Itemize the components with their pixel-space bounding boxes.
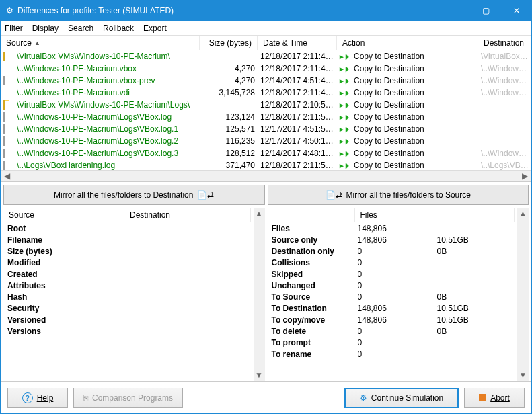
menu-search[interactable]: Search (68, 24, 93, 33)
menu-export[interactable]: Export (143, 24, 167, 33)
comparison-programs-button[interactable]: ⎘Comparison Programs (73, 388, 183, 408)
scroll-right-icon[interactable]: ▶ (520, 171, 530, 181)
info-left-col-source[interactable]: Source (3, 208, 124, 222)
source-name: \..\Logs\VBoxHardening.log (17, 161, 115, 170)
date-cell: 12/18/2017 2:10:52 … (258, 100, 337, 110)
menu-filter[interactable]: Filter (5, 24, 23, 33)
menu-display[interactable]: Display (32, 24, 59, 33)
mirror-to-destination-button[interactable]: Mirror all the files/folders to Destinat… (3, 185, 265, 205)
close-button[interactable]: ✕ (501, 1, 531, 21)
source-name: \VirtualBox VMs\Windows-10-PE-Macrium\Lo… (17, 100, 190, 110)
date-cell: 12/18/2017 2:11:49 … (258, 52, 337, 61)
stop-icon (479, 394, 486, 401)
maximize-button[interactable]: ▢ (471, 1, 501, 21)
continue-simulation-button[interactable]: ⚙Continue Simulation (344, 388, 459, 408)
info-row: Modified (3, 257, 251, 268)
col-date[interactable]: Date & Time (258, 36, 337, 50)
play-icon: ▸⏵ (340, 77, 351, 85)
stats-row: Unchanged0 (268, 280, 515, 291)
abort-button[interactable]: Abort (464, 388, 525, 408)
col-size[interactable]: Size (bytes) (200, 36, 258, 50)
gear-icon: ⚙ (360, 393, 367, 403)
h-scrollbar[interactable]: ◀ ▶ (1, 170, 531, 181)
play-icon: ▸⏵ (340, 65, 351, 73)
mirror-left-label: Mirror all the files/folders to Destinat… (54, 190, 193, 200)
play-icon: ▸⏵ (340, 137, 351, 146)
app-icon: ⚙ (6, 6, 13, 15)
stats-row: To rename0 (268, 348, 515, 360)
table-row[interactable]: \..\Windows-10-PE-Macrium.vdi3,145,72812… (1, 87, 531, 99)
info-row: Filename (3, 234, 251, 245)
col-action[interactable]: Action (337, 36, 478, 50)
menu-rollback[interactable]: Rollback (103, 24, 134, 33)
source-name: \..\Windows-10-PE-Macrium\Logs\VBox.log (17, 112, 172, 122)
info-row: Hash (3, 291, 251, 302)
help-button[interactable]: ?Help (7, 388, 68, 408)
table-row[interactable]: \..\Windows-10-PE-Macrium\Logs\VBox.log.… (1, 135, 531, 147)
play-icon: ▸⏵ (340, 52, 351, 61)
info-right-col-files[interactable]: Files (355, 208, 515, 222)
table-row[interactable]: \..\Windows-10-PE-Macrium\Logs\VBox.log.… (1, 147, 531, 159)
play-icon: ▸⏵ (340, 149, 351, 158)
table-row[interactable]: \VirtualBox VMs\Windows-10-PE-Macrium\12… (1, 50, 531, 63)
source-name: \..\Windows-10-PE-Macrium.vbox-prev (17, 76, 155, 85)
table-row[interactable]: \..\Windows-10-PE-Macrium.vbox-prev4,270… (1, 75, 531, 87)
play-icon: ▸⏵ (340, 101, 351, 110)
stats-row: To delete00B (268, 325, 515, 337)
mirror-to-source-button[interactable]: 📄⇄ Mirror all the files/folders to Sourc… (268, 185, 529, 205)
play-icon: ▸⏵ (340, 125, 351, 134)
info-right-blank (268, 208, 355, 222)
col-destination[interactable]: Destination (478, 36, 531, 50)
table-row[interactable]: \..\Windows-10-PE-Macrium\Logs\VBox.log1… (1, 111, 531, 123)
minimize-button[interactable]: — (441, 1, 471, 21)
size-cell: 128,512 (200, 149, 258, 158)
play-icon: ▸⏵ (340, 113, 351, 122)
action-label: Copy to Destination (354, 52, 424, 61)
date-cell: 12/17/2017 4:51:54 … (258, 124, 337, 134)
action-label: Copy to Destination (354, 161, 424, 170)
info-left-pane: Source Destination RootFilenameSize (byt… (3, 208, 251, 381)
table-row[interactable]: \..\Windows-10-PE-Macrium\Logs\VBox.log.… (1, 123, 531, 135)
window-title: Differences for profile: Tester (SIMULAT… (17, 6, 441, 15)
date-cell: 12/18/2017 2:11:50 … (258, 161, 337, 170)
table-row[interactable]: \..\Logs\VBoxHardening.log371,47012/18/2… (1, 159, 531, 170)
date-cell: 12/14/2017 4:51:49 … (258, 76, 337, 85)
dest-cell: \..\Windows-10… (478, 149, 531, 158)
date-cell: 12/14/2017 4:48:10 … (258, 149, 337, 158)
menubar: Filter Display Search Rollback Export (1, 21, 531, 36)
col-source[interactable]: Source▲ (1, 36, 200, 50)
dest-cell: \..\Windows-10… (478, 88, 531, 97)
action-label: Copy to Destination (354, 124, 424, 134)
action-label: Copy to Destination (354, 112, 424, 122)
table-row[interactable]: \VirtualBox VMs\Windows-10-PE-Macrium\Lo… (1, 99, 531, 111)
dest-cell: \..\Logs\VBoxH… (478, 161, 531, 170)
grid-header: Source▲ Size (bytes) Date & Time Action … (1, 36, 531, 50)
v-scrollbar-left[interactable]: ▲▼ (254, 208, 265, 381)
size-cell: 123,124 (200, 112, 258, 122)
size-cell: 371,470 (200, 161, 258, 170)
grid-body: \VirtualBox VMs\Windows-10-PE-Macrium\12… (1, 50, 531, 170)
source-name: \..\Windows-10-PE-Macrium\Logs\VBox.log.… (17, 124, 178, 134)
action-label: Copy to Destination (354, 88, 424, 97)
info-row: Created (3, 268, 251, 280)
info-right-pane: Files Files148,806Source only148,80610.5… (268, 208, 515, 381)
stats-row: To Source00B (268, 291, 515, 302)
play-icon: ▸⏵ (340, 161, 351, 170)
play-icon: ▸⏵ (340, 89, 351, 97)
mirror-icon: 📄⇄ (326, 190, 342, 200)
action-label: Copy to Destination (354, 76, 424, 85)
scroll-left-icon[interactable]: ◀ (2, 171, 12, 181)
table-row[interactable]: \..\Windows-10-PE-Macrium.vbox4,27012/18… (1, 63, 531, 75)
stats-row: To Destination148,80610.51GB (268, 302, 515, 314)
dest-cell: \VirtualBox VMs\… (478, 52, 531, 61)
action-label: Copy to Destination (354, 64, 424, 73)
info-left-col-dest[interactable]: Destination (124, 208, 251, 222)
stats-row: To prompt0 (268, 337, 515, 348)
mirror-icon: 📄⇄ (197, 190, 214, 200)
v-scrollbar-right[interactable]: ▲▼ (517, 208, 529, 381)
date-cell: 12/18/2017 2:11:50 … (258, 112, 337, 122)
size-cell: 125,571 (200, 124, 258, 134)
stats-row: Collisions0 (268, 257, 515, 268)
size-cell: 116,235 (200, 136, 258, 146)
date-cell: 12/18/2017 2:11:49 … (258, 64, 337, 73)
